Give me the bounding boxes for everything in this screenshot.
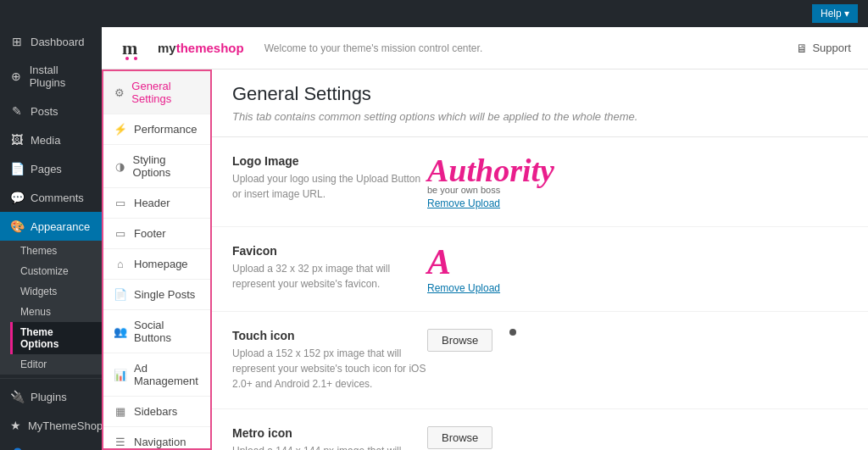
sidebar-sub-theme-options[interactable]: Theme Options: [10, 322, 102, 354]
touch-icon-content: Browse: [427, 329, 848, 352]
theme-nav-homepage[interactable]: ⌂ Homepage: [103, 249, 210, 280]
sidebar-item-posts[interactable]: ✎ Posts: [0, 97, 102, 125]
logo-image-content: Authority be your own boss Remove Upload: [427, 154, 848, 209]
theme-nav-performance[interactable]: ⚡ Performance: [103, 114, 210, 145]
theme-nav-single-posts[interactable]: 📄 Single Posts: [103, 280, 210, 310]
sidebar: ⊞ Dashboard ⊕ Install Plugins ✎ Posts 🖼 …: [0, 27, 102, 450]
logo-image-title: Logo Image: [232, 154, 427, 168]
svg-point-2: [125, 57, 129, 60]
touch-icon-row: Touch icon Upload a 152 x 152 px image t…: [212, 312, 868, 409]
theme-nav-label: Footer: [134, 227, 166, 240]
support-label: Support: [812, 42, 851, 54]
theme-nav-footer[interactable]: ▭ Footer: [103, 219, 210, 249]
sidebar-item-label: Comments: [31, 192, 84, 204]
homepage-icon: ⌂: [114, 258, 127, 270]
theme-nav-header[interactable]: ▭ Header: [103, 188, 210, 219]
theme-nav-sidebars[interactable]: ▦ Sidebars: [103, 397, 210, 427]
sidebar-item-label: Dashboard: [31, 36, 85, 48]
theme-nav-label: Header: [134, 197, 170, 209]
favicon-remove-upload[interactable]: Remove Upload: [427, 282, 500, 294]
content-area: m mythemeshop Welcome to your theme's mi…: [102, 27, 868, 450]
settings-area: General Settings This tab contains commo…: [212, 69, 868, 450]
sidebar-sub-customize[interactable]: Customize: [10, 261, 102, 281]
metro-icon-label: Metro icon Upload a 144 x 144 px image t…: [232, 426, 427, 450]
settings-title: General Settings: [232, 83, 848, 105]
social-icon: 👥: [114, 325, 127, 338]
touch-icon-browse-button[interactable]: Browse: [427, 329, 492, 352]
appearance-submenu: Themes Customize Widgets Menus Theme Opt…: [0, 241, 102, 375]
help-button[interactable]: Help ▾: [812, 4, 858, 23]
metro-icon-desc: Upload a 144 x 144 px image that will re…: [232, 443, 427, 450]
touch-icon-desc: Upload a 152 x 152 px image that will re…: [232, 346, 427, 392]
theme-nav-label: Homepage: [134, 258, 188, 270]
sidebar-item-mythemeshop[interactable]: ★ MyThemeShop: [0, 411, 102, 440]
logo-image-label: Logo Image Upload your logo using the Up…: [232, 154, 427, 202]
sidebar-sub-themes[interactable]: Themes: [10, 241, 102, 261]
appearance-icon: 🎨: [10, 219, 24, 233]
sidebar-item-label: Pages: [31, 163, 62, 175]
logo-image-desc: Upload your logo using the Upload Button…: [232, 171, 427, 202]
theme-nav-general-settings[interactable]: ⚙ General Settings: [103, 71, 210, 114]
page-header-bar: m mythemeshop Welcome to your theme's mi…: [102, 27, 868, 69]
authority-sub: be your own boss: [427, 185, 554, 195]
sidebar-item-install-plugins[interactable]: ⊕ Install Plugins: [0, 56, 102, 97]
footer-icon: ▭: [114, 227, 127, 240]
touch-icon-label: Touch icon Upload a 152 x 152 px image t…: [232, 329, 427, 392]
favicon-title: Favicon: [232, 244, 427, 258]
theme-nav-navigation[interactable]: ☰ Navigation: [103, 427, 210, 450]
sidebars-icon: ▦: [114, 405, 127, 418]
mythemeshop-icon: ★: [10, 419, 21, 432]
support-button[interactable]: 🖥 Support: [796, 42, 851, 55]
metro-icon-browse-button[interactable]: Browse: [427, 426, 492, 449]
cursor-indicator: [509, 329, 516, 336]
sidebar-sub-menus[interactable]: Menus: [10, 302, 102, 322]
welcome-text: Welcome to your theme's mission control …: [264, 42, 483, 54]
sidebar-item-dashboard[interactable]: ⊞ Dashboard: [0, 27, 102, 56]
favicon-desc: Upload a 32 x 32 px image that will repr…: [232, 261, 427, 292]
styling-icon: ◑: [114, 160, 126, 173]
sidebar-sub-editor[interactable]: Editor: [10, 354, 102, 375]
theme-nav-label: Sidebars: [134, 405, 177, 418]
plugins-icon: 🔌: [10, 390, 24, 403]
sidebar-item-label: MyThemeShop: [28, 419, 102, 432]
sidebar-item-comments[interactable]: 💬 Comments: [0, 183, 102, 212]
sidebar-item-label: Media: [31, 134, 60, 147]
svg-point-3: [134, 57, 137, 60]
theme-nav-label: Styling Options: [133, 153, 200, 179]
sidebar-item-pages[interactable]: 📄 Pages: [0, 154, 102, 183]
media-icon: 🖼: [10, 133, 24, 147]
favicon-row: Favicon Upload a 32 x 32 px image that w…: [212, 227, 868, 312]
sidebar-item-media[interactable]: 🖼 Media: [0, 125, 102, 154]
theme-nav-label: Single Posts: [134, 288, 195, 301]
authority-logo: Authority be your own boss Remove Upload: [427, 154, 554, 209]
posts-icon: ✎: [10, 104, 24, 118]
theme-nav-label: Performance: [134, 123, 197, 136]
logo-text: mythemeshop: [158, 41, 244, 55]
sidebar-divider: [0, 378, 102, 379]
settings-title-bar: General Settings This tab contains commo…: [212, 69, 868, 137]
theme-nav-ad-management[interactable]: 📊 Ad Management: [103, 353, 210, 397]
header-icon: ▭: [114, 197, 127, 209]
theme-nav-label: Navigation: [134, 436, 186, 448]
sidebar-item-label: Plugins: [31, 391, 67, 403]
metro-icon-content: Browse: [427, 426, 848, 449]
sidebar-item-appearance[interactable]: 🎨 Appearance: [0, 212, 102, 241]
comments-icon: 💬: [10, 191, 24, 204]
sidebar-item-plugins[interactable]: 🔌 Plugins: [0, 382, 102, 411]
logo-area: m mythemeshop Welcome to your theme's mi…: [119, 33, 482, 64]
sidebar-item-users[interactable]: 👤 Users: [0, 440, 102, 450]
sidebar-sub-widgets[interactable]: Widgets: [10, 281, 102, 302]
pages-icon: 📄: [10, 162, 24, 175]
metro-icon-row: Metro icon Upload a 144 x 144 px image t…: [212, 409, 868, 450]
dashboard-icon: ⊞: [10, 35, 24, 48]
favicon-display: A Remove Upload: [427, 244, 500, 294]
favicon-label: Favicon Upload a 32 x 32 px image that w…: [232, 244, 427, 292]
logo-cart-icon: m: [119, 33, 149, 64]
navigation-icon: ☰: [114, 436, 127, 448]
theme-nav-styling-options[interactable]: ◑ Styling Options: [103, 145, 210, 188]
theme-nav-social-buttons[interactable]: 👥 Social Buttons: [103, 310, 210, 353]
theme-nav: ⚙ General Settings ⚡ Performance ◑ Styli…: [102, 69, 212, 450]
logo-remove-upload[interactable]: Remove Upload: [427, 197, 554, 209]
authority-text: Authority: [427, 154, 554, 186]
theme-nav-label: Ad Management: [134, 362, 200, 387]
